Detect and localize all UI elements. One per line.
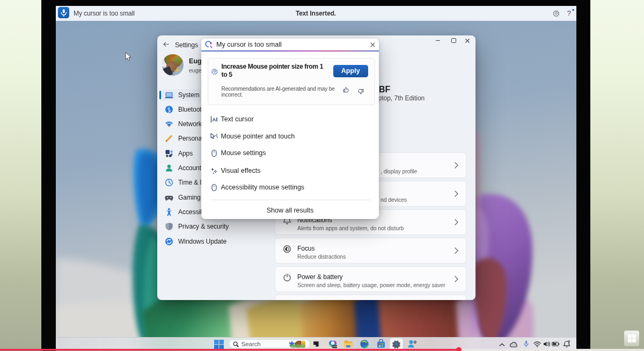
svg-text:M365: M365 bbox=[333, 345, 338, 348]
svg-text:Ab: Ab bbox=[213, 116, 218, 122]
